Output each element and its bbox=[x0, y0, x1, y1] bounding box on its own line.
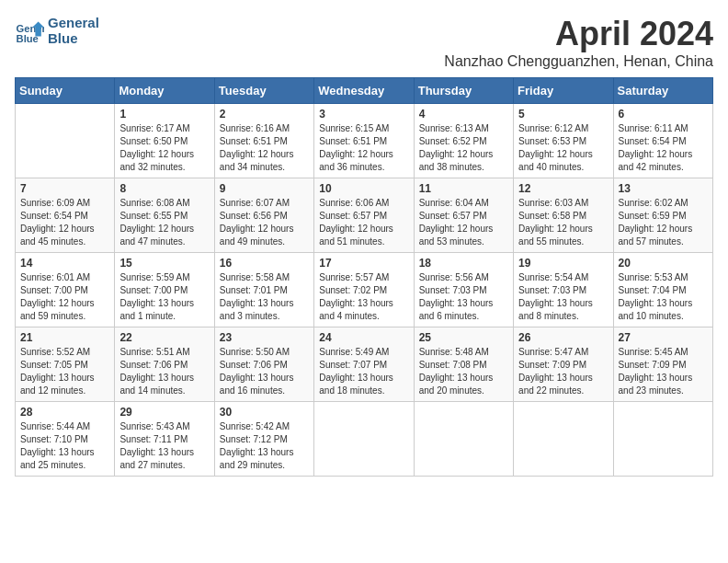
calendar-cell: 6Sunrise: 6:11 AM Sunset: 6:54 PM Daylig… bbox=[613, 104, 712, 178]
day-info: Sunrise: 5:48 AM Sunset: 7:08 PM Dayligh… bbox=[419, 346, 508, 397]
day-number: 24 bbox=[319, 331, 408, 344]
day-number: 1 bbox=[119, 108, 209, 121]
calendar-cell: 8Sunrise: 6:08 AM Sunset: 6:55 PM Daylig… bbox=[115, 178, 214, 253]
day-number: 6 bbox=[619, 108, 708, 121]
day-number: 10 bbox=[319, 182, 408, 195]
day-info: Sunrise: 5:59 AM Sunset: 7:00 PM Dayligh… bbox=[119, 271, 209, 323]
day-info: Sunrise: 6:03 AM Sunset: 6:58 PM Dayligh… bbox=[518, 197, 608, 248]
calendar-week-row: 7Sunrise: 6:09 AM Sunset: 6:54 PM Daylig… bbox=[16, 178, 713, 253]
day-number: 18 bbox=[419, 257, 508, 270]
calendar-cell: 23Sunrise: 5:50 AM Sunset: 7:06 PM Dayli… bbox=[214, 327, 313, 402]
logo: General Blue General Blue bbox=[15, 15, 99, 46]
day-number: 19 bbox=[518, 257, 608, 270]
weekday-header: Saturday bbox=[613, 78, 712, 104]
day-info: Sunrise: 6:01 AM Sunset: 7:00 PM Dayligh… bbox=[20, 271, 109, 323]
day-info: Sunrise: 6:07 AM Sunset: 6:56 PM Dayligh… bbox=[220, 197, 309, 248]
day-info: Sunrise: 5:43 AM Sunset: 7:11 PM Dayligh… bbox=[119, 420, 209, 472]
calendar-cell: 1Sunrise: 6:17 AM Sunset: 6:50 PM Daylig… bbox=[115, 104, 214, 178]
calendar-cell: 30Sunrise: 5:42 AM Sunset: 7:12 PM Dayli… bbox=[214, 402, 313, 477]
weekday-header: Thursday bbox=[414, 78, 513, 104]
day-number: 28 bbox=[20, 406, 109, 419]
calendar-week-row: 14Sunrise: 6:01 AM Sunset: 7:00 PM Dayli… bbox=[16, 253, 713, 327]
day-info: Sunrise: 5:45 AM Sunset: 7:09 PM Dayligh… bbox=[619, 346, 708, 397]
day-info: Sunrise: 6:16 AM Sunset: 6:51 PM Dayligh… bbox=[220, 122, 309, 174]
calendar-cell: 4Sunrise: 6:13 AM Sunset: 6:52 PM Daylig… bbox=[414, 104, 513, 178]
day-number: 14 bbox=[20, 257, 109, 270]
day-number: 17 bbox=[319, 257, 408, 270]
calendar-cell: 9Sunrise: 6:07 AM Sunset: 6:56 PM Daylig… bbox=[214, 178, 313, 253]
calendar-cell: 25Sunrise: 5:48 AM Sunset: 7:08 PM Dayli… bbox=[414, 327, 513, 402]
calendar-cell bbox=[16, 104, 115, 178]
calendar-cell: 24Sunrise: 5:49 AM Sunset: 7:07 PM Dayli… bbox=[314, 327, 414, 402]
day-info: Sunrise: 6:09 AM Sunset: 6:54 PM Dayligh… bbox=[20, 197, 109, 248]
day-number: 25 bbox=[419, 331, 508, 344]
calendar-week-row: 21Sunrise: 5:52 AM Sunset: 7:05 PM Dayli… bbox=[16, 327, 713, 402]
page-header: General Blue General Blue April 2024 Nan… bbox=[15, 15, 713, 70]
calendar-week-row: 1Sunrise: 6:17 AM Sunset: 6:50 PM Daylig… bbox=[16, 104, 713, 178]
day-info: Sunrise: 5:49 AM Sunset: 7:07 PM Dayligh… bbox=[319, 346, 408, 397]
day-number: 30 bbox=[220, 406, 309, 419]
calendar-cell bbox=[314, 402, 414, 477]
weekday-header: Monday bbox=[115, 78, 214, 104]
day-number: 26 bbox=[518, 331, 608, 344]
calendar-cell: 20Sunrise: 5:53 AM Sunset: 7:04 PM Dayli… bbox=[613, 253, 712, 327]
logo-line2: Blue bbox=[48, 30, 99, 46]
day-info: Sunrise: 5:57 AM Sunset: 7:02 PM Dayligh… bbox=[319, 271, 408, 323]
day-info: Sunrise: 5:52 AM Sunset: 7:05 PM Dayligh… bbox=[20, 346, 109, 397]
calendar-table: SundayMondayTuesdayWednesdayThursdayFrid… bbox=[15, 77, 713, 477]
day-info: Sunrise: 6:04 AM Sunset: 6:57 PM Dayligh… bbox=[419, 197, 508, 248]
day-info: Sunrise: 6:11 AM Sunset: 6:54 PM Dayligh… bbox=[619, 122, 708, 174]
day-info: Sunrise: 5:50 AM Sunset: 7:06 PM Dayligh… bbox=[220, 346, 309, 397]
calendar-cell: 13Sunrise: 6:02 AM Sunset: 6:59 PM Dayli… bbox=[613, 178, 712, 253]
calendar-cell: 22Sunrise: 5:51 AM Sunset: 7:06 PM Dayli… bbox=[115, 327, 214, 402]
calendar-cell: 29Sunrise: 5:43 AM Sunset: 7:11 PM Dayli… bbox=[115, 402, 214, 477]
day-number: 13 bbox=[619, 182, 708, 195]
day-info: Sunrise: 6:15 AM Sunset: 6:51 PM Dayligh… bbox=[319, 122, 408, 174]
calendar-cell: 2Sunrise: 6:16 AM Sunset: 6:51 PM Daylig… bbox=[214, 104, 313, 178]
day-info: Sunrise: 6:13 AM Sunset: 6:52 PM Dayligh… bbox=[419, 122, 508, 174]
day-info: Sunrise: 5:58 AM Sunset: 7:01 PM Dayligh… bbox=[220, 271, 309, 323]
day-number: 15 bbox=[119, 257, 209, 270]
day-number: 7 bbox=[20, 182, 109, 195]
calendar-cell: 11Sunrise: 6:04 AM Sunset: 6:57 PM Dayli… bbox=[414, 178, 513, 253]
calendar-cell: 26Sunrise: 5:47 AM Sunset: 7:09 PM Dayli… bbox=[514, 327, 613, 402]
calendar-week-row: 28Sunrise: 5:44 AM Sunset: 7:10 PM Dayli… bbox=[16, 402, 713, 477]
day-number: 4 bbox=[419, 108, 508, 121]
day-number: 27 bbox=[619, 331, 708, 344]
svg-text:Blue: Blue bbox=[17, 33, 39, 44]
weekday-header: Tuesday bbox=[214, 78, 313, 104]
calendar-cell: 10Sunrise: 6:06 AM Sunset: 6:57 PM Dayli… bbox=[314, 178, 414, 253]
day-number: 29 bbox=[119, 406, 209, 419]
calendar-cell: 28Sunrise: 5:44 AM Sunset: 7:10 PM Dayli… bbox=[16, 402, 115, 477]
weekday-header: Friday bbox=[514, 78, 613, 104]
month-title: April 2024 bbox=[444, 15, 713, 53]
day-info: Sunrise: 5:42 AM Sunset: 7:12 PM Dayligh… bbox=[220, 420, 309, 472]
calendar-cell: 7Sunrise: 6:09 AM Sunset: 6:54 PM Daylig… bbox=[16, 178, 115, 253]
calendar-cell: 15Sunrise: 5:59 AM Sunset: 7:00 PM Dayli… bbox=[115, 253, 214, 327]
day-info: Sunrise: 6:06 AM Sunset: 6:57 PM Dayligh… bbox=[319, 197, 408, 248]
day-number: 9 bbox=[220, 182, 309, 195]
day-info: Sunrise: 5:47 AM Sunset: 7:09 PM Dayligh… bbox=[518, 346, 608, 397]
day-info: Sunrise: 6:12 AM Sunset: 6:53 PM Dayligh… bbox=[518, 122, 608, 174]
day-number: 21 bbox=[20, 331, 109, 344]
calendar-cell: 16Sunrise: 5:58 AM Sunset: 7:01 PM Dayli… bbox=[214, 253, 313, 327]
calendar-cell: 17Sunrise: 5:57 AM Sunset: 7:02 PM Dayli… bbox=[314, 253, 414, 327]
calendar-cell: 5Sunrise: 6:12 AM Sunset: 6:53 PM Daylig… bbox=[514, 104, 613, 178]
calendar-cell: 14Sunrise: 6:01 AM Sunset: 7:00 PM Dayli… bbox=[16, 253, 115, 327]
logo-icon: General Blue bbox=[15, 16, 44, 45]
day-info: Sunrise: 5:54 AM Sunset: 7:03 PM Dayligh… bbox=[518, 271, 608, 323]
day-number: 5 bbox=[518, 108, 608, 121]
day-info: Sunrise: 5:56 AM Sunset: 7:03 PM Dayligh… bbox=[419, 271, 508, 323]
calendar-cell bbox=[414, 402, 513, 477]
day-info: Sunrise: 5:44 AM Sunset: 7:10 PM Dayligh… bbox=[20, 420, 109, 472]
day-info: Sunrise: 5:51 AM Sunset: 7:06 PM Dayligh… bbox=[119, 346, 209, 397]
day-number: 23 bbox=[220, 331, 309, 344]
day-number: 20 bbox=[619, 257, 708, 270]
day-number: 3 bbox=[319, 108, 408, 121]
day-number: 2 bbox=[220, 108, 309, 121]
day-number: 12 bbox=[518, 182, 608, 195]
calendar-cell: 21Sunrise: 5:52 AM Sunset: 7:05 PM Dayli… bbox=[16, 327, 115, 402]
calendar-cell: 19Sunrise: 5:54 AM Sunset: 7:03 PM Dayli… bbox=[514, 253, 613, 327]
calendar-cell: 3Sunrise: 6:15 AM Sunset: 6:51 PM Daylig… bbox=[314, 104, 414, 178]
calendar-cell: 12Sunrise: 6:03 AM Sunset: 6:58 PM Dayli… bbox=[514, 178, 613, 253]
